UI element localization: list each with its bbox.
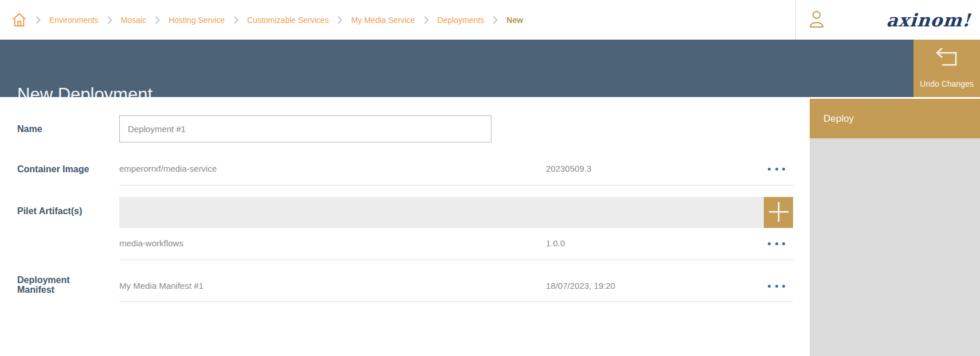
breadcrumb-item-customizable-services[interactable]: Customizable Services	[247, 16, 329, 25]
pilet-artifacts-label: Pilet Artifact(s)	[17, 206, 109, 216]
chevron-right-icon	[36, 16, 41, 24]
topbar-divider	[795, 0, 796, 40]
more-options-button[interactable]	[768, 282, 785, 290]
deployment-form: Name Container Image emperorrxf/media-se…	[0, 97, 793, 356]
breadcrumb-item-deployments[interactable]: Deployments	[438, 16, 485, 25]
top-bar: Environments Mosaic Hosting Service Cust…	[0, 0, 980, 40]
deploy-button[interactable]: Deploy	[810, 99, 980, 138]
deployment-manifest-timestamp: 18/07/2023, 19:20	[546, 281, 615, 291]
undo-icon	[934, 40, 960, 71]
undo-changes-label: Undo Changes	[920, 79, 973, 88]
breadcrumb-current-new: New	[506, 16, 523, 25]
deployment-manifest-label: Deployment Manifest	[17, 275, 109, 295]
chevron-right-icon	[233, 16, 239, 24]
row-divider	[119, 185, 793, 185]
container-image-version: 20230509.3	[546, 164, 591, 173]
page-header: New Deployment Create Deployment Undo Ch…	[0, 40, 980, 97]
side-panel	[810, 138, 980, 356]
chevron-right-icon	[424, 16, 429, 24]
add-pilet-artifact-button[interactable]	[764, 197, 793, 228]
more-options-icon	[768, 285, 771, 288]
deployment-manifest-value: My Media Manifest #1	[119, 281, 204, 291]
user-profile-button[interactable]	[807, 10, 826, 30]
breadcrumb-item-mosaic[interactable]: Mosaic	[121, 16, 146, 25]
name-label: Name	[17, 124, 109, 134]
row-divider	[119, 301, 793, 302]
breadcrumb: Environments Mosaic Hosting Service Cust…	[11, 0, 523, 40]
pilet-artifact-version: 1.0.0	[546, 238, 565, 248]
home-icon[interactable]	[11, 12, 27, 28]
container-image-value: emperorrxf/media-service	[119, 164, 217, 173]
row-divider	[119, 260, 793, 260]
deploy-label: Deploy	[823, 113, 854, 125]
name-input[interactable]	[119, 115, 491, 142]
app-window: Environments Mosaic Hosting Service Cust…	[0, 0, 980, 356]
breadcrumb-item-environments[interactable]: Environments	[49, 16, 99, 25]
container-image-label: Container Image	[17, 164, 109, 174]
axinom-logo: axinom!	[885, 0, 973, 40]
chevron-right-icon	[337, 16, 342, 24]
more-options-icon	[768, 168, 771, 171]
chevron-right-icon	[155, 16, 160, 24]
pilet-artifacts-dropzone	[119, 197, 793, 228]
chevron-right-icon	[493, 16, 498, 24]
add-icon	[768, 200, 790, 225]
user-icon	[808, 22, 825, 31]
breadcrumb-item-hosting-service[interactable]: Hosting Service	[169, 16, 225, 25]
more-options-button[interactable]	[768, 239, 785, 247]
more-options-button[interactable]	[768, 165, 785, 173]
pilet-artifact-name: media-workflows	[119, 238, 183, 248]
chevron-right-icon	[107, 16, 112, 24]
breadcrumb-item-my-media-service[interactable]: My Media Service	[351, 16, 415, 25]
undo-changes-button[interactable]: Undo Changes	[913, 40, 980, 97]
more-options-icon	[768, 242, 771, 245]
